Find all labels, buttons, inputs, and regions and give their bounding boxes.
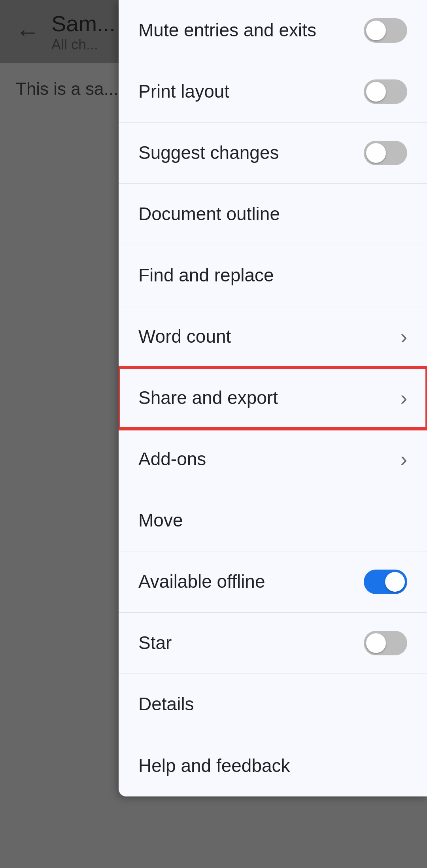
menu-item-print-layout[interactable]: Print layout [119,61,427,123]
menu-item-right: › [401,386,407,410]
menu-item-suggest-changes[interactable]: Suggest changes [119,123,427,184]
menu-item-label: Mute entries and exits [138,19,316,41]
toggle-knob [366,82,386,102]
available-offline-toggle[interactable] [364,570,407,594]
context-menu-panel: Mute entries and exits Print layout Sugg… [119,0,427,796]
menu-item-right [364,141,407,165]
toggle-knob [366,633,386,653]
menu-item-help-and-feedback[interactable]: Help and feedback [119,735,427,796]
menu-item-label: Suggest changes [138,142,279,164]
star-toggle[interactable] [364,631,407,655]
menu-item-label: Share and export [138,387,278,409]
menu-item-available-offline[interactable]: Available offline [119,551,427,613]
menu-item-find-and-replace[interactable]: Find and replace [119,245,427,306]
menu-item-label: Details [138,693,194,715]
toggle-knob [366,21,386,40]
menu-item-label: Help and feedback [138,755,290,777]
menu-item-label: Move [138,509,183,531]
mute-entries-exits-toggle[interactable] [364,18,407,43]
menu-item-add-ons[interactable]: Add-ons › [119,429,427,490]
menu-item-right: › [401,325,407,349]
menu-item-word-count[interactable]: Word count › [119,306,427,368]
menu-item-share-and-export[interactable]: Share and export › [119,368,427,429]
toggle-knob [366,143,386,163]
menu-item-star[interactable]: Star [119,613,427,674]
menu-item-label: Star [138,632,172,654]
print-layout-toggle[interactable] [364,79,407,104]
menu-item-label: Find and replace [138,264,274,286]
menu-item-label: Available offline [138,571,265,593]
menu-item-move[interactable]: Move [119,490,427,551]
menu-item-mute-entries-exits[interactable]: Mute entries and exits [119,0,427,61]
menu-item-right: › [401,447,407,471]
menu-item-right [364,79,407,104]
menu-item-document-outline[interactable]: Document outline [119,184,427,245]
chevron-right-icon: › [401,325,407,349]
chevron-right-icon: › [401,447,407,471]
menu-item-label: Add-ons [138,448,206,470]
chevron-right-icon: › [401,386,407,410]
menu-item-label: Document outline [138,203,280,225]
menu-item-right [364,570,407,594]
suggest-changes-toggle[interactable] [364,141,407,165]
menu-item-label: Word count [138,326,231,347]
toggle-knob [385,572,405,592]
menu-item-right [364,18,407,43]
menu-item-label: Print layout [138,81,229,102]
menu-item-details[interactable]: Details [119,674,427,735]
menu-item-right [364,631,407,655]
